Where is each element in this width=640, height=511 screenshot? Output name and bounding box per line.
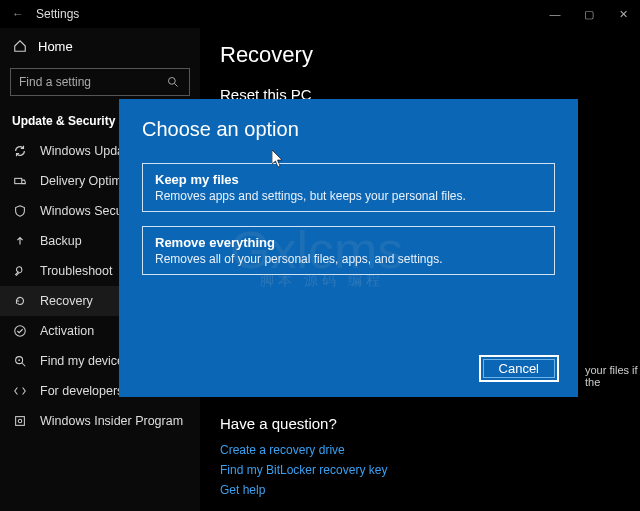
delivery-icon: [12, 173, 28, 189]
home-icon: [12, 38, 28, 54]
search-input[interactable]: Find a setting: [10, 68, 190, 96]
window-title: Settings: [30, 7, 79, 21]
option-desc: Removes apps and settings, but keeps you…: [155, 189, 542, 203]
window-controls: — ▢ ✕: [538, 0, 640, 28]
sidebar-home-label: Home: [38, 39, 73, 54]
find-icon: [12, 353, 28, 369]
dev-icon: [12, 383, 28, 399]
question-header: Have a question?: [220, 415, 620, 432]
svg-line-5: [22, 363, 26, 367]
option-title: Keep my files: [155, 172, 542, 187]
minimize-button[interactable]: —: [538, 0, 572, 28]
back-button[interactable]: ←: [6, 7, 30, 21]
option-keep-my-files[interactable]: Keep my files Removes apps and settings,…: [142, 163, 555, 212]
svg-point-3: [15, 326, 26, 337]
close-button[interactable]: ✕: [606, 0, 640, 28]
svg-rect-7: [16, 417, 25, 426]
sync-icon: [12, 143, 28, 159]
svg-line-1: [175, 84, 178, 87]
sidebar-home[interactable]: Home: [0, 32, 200, 60]
sidebar-item-label: Activation: [40, 324, 94, 338]
recovery-icon: [12, 293, 28, 309]
svg-point-8: [18, 419, 22, 423]
wrench-icon: [12, 263, 28, 279]
sidebar-item-label: Troubleshoot: [40, 264, 113, 278]
svg-rect-2: [15, 178, 22, 183]
svg-point-0: [169, 78, 176, 85]
sidebar-item-label: Backup: [40, 234, 82, 248]
svg-point-6: [18, 359, 20, 361]
insider-icon: [12, 413, 28, 429]
sidebar-item-insider-program[interactable]: Windows Insider Program: [0, 406, 200, 436]
truncated-text: your files if the: [585, 364, 640, 388]
option-remove-everything[interactable]: Remove everything Removes all of your pe…: [142, 226, 555, 275]
dialog-title: Choose an option: [142, 118, 555, 141]
option-title: Remove everything: [155, 235, 542, 250]
cancel-button[interactable]: Cancel: [479, 355, 559, 382]
sidebar-item-label: Windows Insider Program: [40, 414, 183, 428]
link-create-recovery-drive[interactable]: Create a recovery drive: [220, 440, 620, 460]
search-icon: [165, 74, 181, 90]
sidebar-item-label: Find my device: [40, 354, 124, 368]
page-title: Recovery: [220, 42, 620, 68]
maximize-button[interactable]: ▢: [572, 0, 606, 28]
backup-icon: [12, 233, 28, 249]
settings-window: ← Settings — ▢ ✕ Home Find a setting Upd…: [0, 0, 640, 511]
sidebar-item-label: For developers: [40, 384, 123, 398]
search-placeholder: Find a setting: [19, 75, 91, 89]
link-get-help[interactable]: Get help: [220, 480, 620, 500]
check-icon: [12, 323, 28, 339]
sidebar-item-label: Recovery: [40, 294, 93, 308]
option-desc: Removes all of your personal files, apps…: [155, 252, 542, 266]
link-find-bitlocker-key[interactable]: Find my BitLocker recovery key: [220, 460, 620, 480]
shield-icon: [12, 203, 28, 219]
reset-pc-dialog: Choose an option Keep my files Removes a…: [120, 100, 577, 396]
